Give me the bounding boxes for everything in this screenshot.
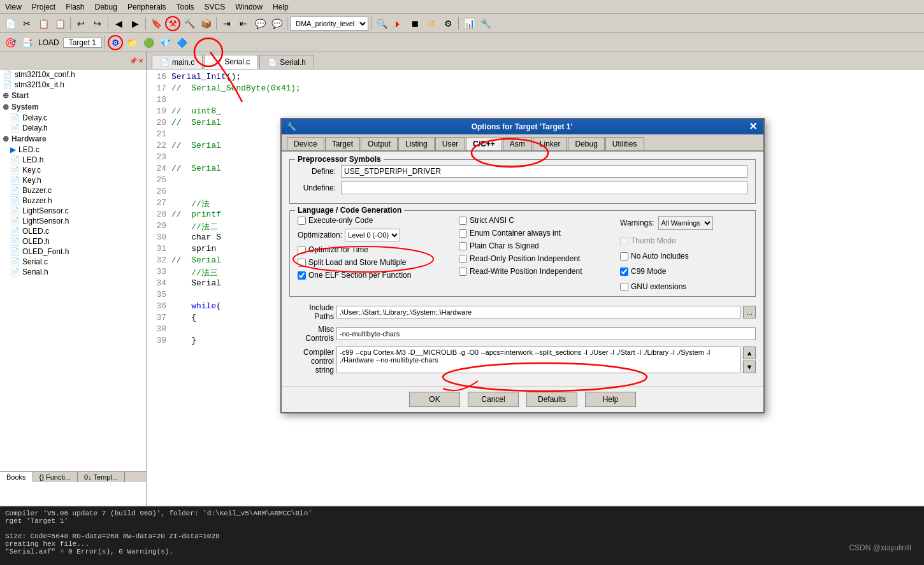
tab-serialc[interactable]: 📄 Serial.c xyxy=(204,55,258,69)
cancel-btn[interactable]: Cancel xyxy=(468,392,519,407)
defaults-btn[interactable]: Defaults xyxy=(526,392,577,407)
gnu-ext-checkbox[interactable] xyxy=(620,283,628,291)
thumb-mode-checkbox[interactable] xyxy=(620,237,628,245)
search-btn[interactable]: 🔍 xyxy=(374,16,389,31)
sidebar-item-oledh[interactable]: 📄 OLED.h xyxy=(0,236,146,247)
c99-checkbox[interactable] xyxy=(620,268,628,276)
t2-btn6[interactable]: 💎 xyxy=(157,35,173,50)
tab-serialh[interactable]: 📄 Serial.h xyxy=(259,55,314,69)
ok-btn[interactable]: OK xyxy=(409,392,460,407)
menu-debug[interactable]: Debug xyxy=(90,1,122,13)
define-input[interactable] xyxy=(341,165,747,178)
dialog-tab-device[interactable]: Device xyxy=(287,137,324,150)
rw-pos-checkbox[interactable] xyxy=(459,268,467,276)
dialog-tab-output[interactable]: Output xyxy=(361,137,398,150)
dialog-tab-debug[interactable]: Debug xyxy=(568,137,604,150)
sidebar-item-conf[interactable]: 📄 stm32f10x_conf.h xyxy=(0,69,146,80)
plain-char-checkbox[interactable] xyxy=(459,242,467,250)
books-tab[interactable]: Books xyxy=(0,472,33,482)
one-elf-checkbox[interactable] xyxy=(298,271,306,280)
menu-project[interactable]: Project xyxy=(27,1,61,13)
templates-tab[interactable]: 0↓ Templ... xyxy=(78,472,125,482)
sidebar-item-delayh[interactable]: 📄 Delay.h xyxy=(0,123,146,133)
compiler-scroll-down[interactable]: ▼ xyxy=(743,361,756,373)
cut-btn[interactable]: ✂ xyxy=(19,16,34,31)
sidebar-item-ledc[interactable]: ▶ LED.c xyxy=(0,145,146,155)
t2-btn2[interactable]: 📑 xyxy=(19,35,34,50)
bookmark-btn[interactable]: 🔖 xyxy=(148,16,164,31)
ro-pos-checkbox[interactable] xyxy=(459,255,467,263)
sidebar-group-start[interactable]: ⊕ Start xyxy=(0,90,146,101)
dialog-tab-utilities[interactable]: Utilities xyxy=(605,137,644,150)
menu-peripherals[interactable]: Peripherals xyxy=(122,1,171,13)
include-paths-browse-btn[interactable]: … xyxy=(743,306,756,318)
dialog-tab-asm[interactable]: Asm xyxy=(503,137,532,150)
sidebar-group-system[interactable]: ⊕ System xyxy=(0,101,146,113)
undefine-input[interactable] xyxy=(341,182,747,194)
sidebar-item-lightsensorh[interactable]: 📄 LightSensor.h xyxy=(0,216,146,226)
menu-view[interactable]: View xyxy=(0,1,27,13)
dialog-tab-target[interactable]: Target xyxy=(325,137,360,150)
sidebar-group-hardware[interactable]: ⊕ Hardware xyxy=(0,133,146,145)
tab-mainc[interactable]: 📄 main.c xyxy=(152,55,203,69)
t2-btn5[interactable]: 🟢 xyxy=(141,35,156,50)
options-btn[interactable]: ⚙ xyxy=(108,35,123,50)
sidebar-item-buzzerc[interactable]: 📄 Buzzer.c xyxy=(0,185,146,196)
sidebar-item-serialh2[interactable]: 📄 Serial.h xyxy=(0,267,146,277)
target-dropdown[interactable]: 🎯 xyxy=(3,35,18,50)
include-paths-input[interactable] xyxy=(336,306,740,318)
dialog-tab-ccpp[interactable]: C/C++ xyxy=(466,137,502,150)
dialog-tab-user[interactable]: User xyxy=(435,137,465,150)
back-btn[interactable]: ◀ xyxy=(111,16,126,31)
opt-time-checkbox[interactable] xyxy=(298,246,306,254)
build-btn[interactable]: ⚒ xyxy=(165,16,180,31)
sidebar-item-buzzerh[interactable]: 📄 Buzzer.h xyxy=(0,196,146,206)
t2-btn7[interactable]: 🔷 xyxy=(174,35,189,50)
redo-btn[interactable]: ↪ xyxy=(90,16,105,31)
sidebar-item-oledfont[interactable]: 📄 OLED_Font.h xyxy=(0,247,146,257)
dialog-tab-linker[interactable]: Linker xyxy=(533,137,568,150)
indent-btn[interactable]: ⇥ xyxy=(219,16,235,31)
menu-svcs[interactable]: SVCS xyxy=(199,1,231,13)
function-dropdown[interactable]: DMA_priority_level xyxy=(290,17,368,31)
help-btn[interactable]: Help xyxy=(585,392,636,407)
sidebar-item-it[interactable]: 📄 stm32f10x_it.h xyxy=(0,80,146,90)
unindent-btn[interactable]: ⇤ xyxy=(236,16,251,31)
sidebar-item-serialc2[interactable]: 📄 Serial.c xyxy=(0,257,146,267)
warnings-select[interactable]: All Warnings No Warnings xyxy=(658,216,713,230)
uncomment-btn[interactable]: 💬 xyxy=(269,16,284,31)
debug-reset[interactable]: ↺ xyxy=(424,16,439,31)
options-dialog[interactable]: 🔧 Options for Target 'Target 1' ✕ Device… xyxy=(280,118,765,413)
debug-start[interactable]: ⏵ xyxy=(391,16,406,31)
debug-stop[interactable]: ⏹ xyxy=(407,16,422,31)
strict-ansi-checkbox[interactable] xyxy=(459,217,467,225)
sidebar-item-delayc[interactable]: 📄 Delay.c xyxy=(0,113,146,123)
pin-icon[interactable]: 📌 xyxy=(129,57,137,64)
functions-tab[interactable]: {} Functi... xyxy=(33,472,78,482)
undo-btn[interactable]: ↩ xyxy=(73,16,89,31)
view-btn[interactable]: 📊 xyxy=(461,16,477,31)
fwd-btn[interactable]: ▶ xyxy=(127,16,143,31)
sidebar-item-keyc[interactable]: 📄 Key.c xyxy=(0,165,146,175)
sidebar-item-ledh[interactable]: 📄 LED.h xyxy=(0,155,146,165)
copy-btn[interactable]: 📋 xyxy=(36,16,51,31)
dialog-tab-listing[interactable]: Listing xyxy=(398,137,435,150)
enum-container-checkbox[interactable] xyxy=(459,229,467,238)
debug-more[interactable]: ⚙ xyxy=(440,16,456,31)
close-sidebar-btn[interactable]: ✕ xyxy=(138,57,143,64)
sidebar-item-keyh[interactable]: 📄 Key.h xyxy=(0,175,146,185)
paste-btn[interactable]: 📋 xyxy=(52,16,68,31)
no-auto-checkbox[interactable] xyxy=(620,252,628,261)
split-load-checkbox[interactable] xyxy=(298,259,306,267)
menu-flash[interactable]: Flash xyxy=(61,1,89,13)
opt-select[interactable]: Level 0 (-O0) Level 1 (-O1) Level 2 (-O2… xyxy=(345,229,400,241)
tools-btn[interactable]: 🔧 xyxy=(478,16,493,31)
sidebar-item-lightsensorc[interactable]: 📄 LightSensor.c xyxy=(0,206,146,216)
rebuild-btn[interactable]: 🔨 xyxy=(182,16,197,31)
batchbuild-btn[interactable]: 📦 xyxy=(198,16,213,31)
execute-only-checkbox[interactable] xyxy=(298,217,306,225)
new-btn[interactable]: 📄 xyxy=(3,16,18,31)
menu-help[interactable]: Help xyxy=(268,1,294,13)
misc-controls-input[interactable] xyxy=(336,327,756,340)
compiler-scroll-up[interactable]: ▲ xyxy=(743,347,756,359)
